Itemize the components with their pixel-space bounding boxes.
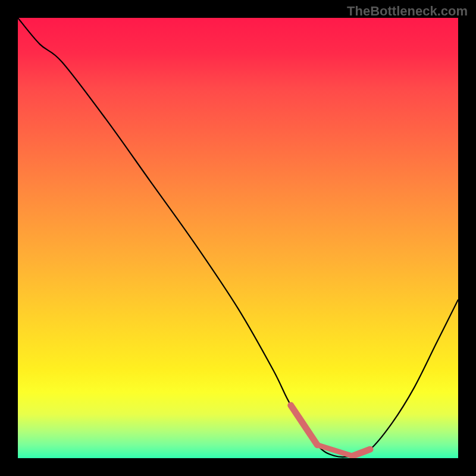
- chart-plot-area: [18, 18, 458, 458]
- optimal-marker-left: [291, 405, 317, 445]
- watermark-text: TheBottleneck.com: [347, 4, 468, 19]
- bottleneck-curve-path: [18, 18, 458, 457]
- optimal-marker-right: [352, 449, 370, 456]
- chart-svg: [18, 18, 458, 458]
